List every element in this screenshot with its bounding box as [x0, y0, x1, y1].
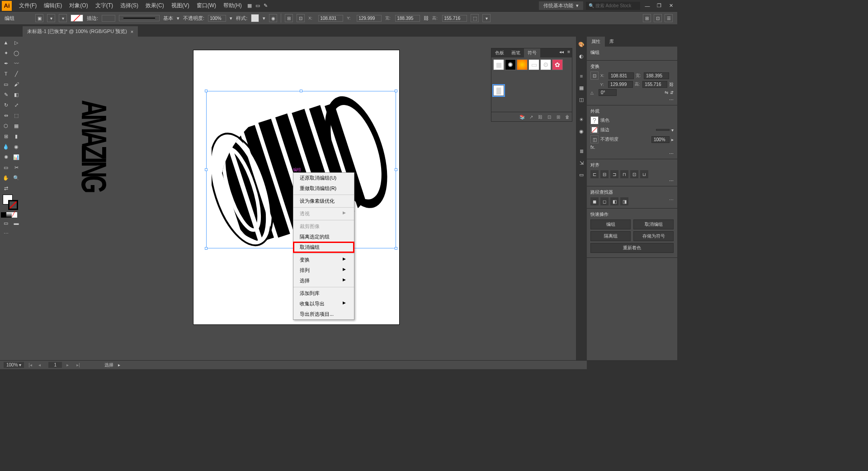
new-symbol-icon[interactable]: ⊞ [555, 114, 561, 120]
shape-builder-tool[interactable]: ⬡ [1, 121, 11, 131]
workspace-switcher[interactable]: 传统基本功能 ▾ [539, 1, 583, 10]
symbol-item[interactable]: ▦ [493, 59, 504, 70]
pathfinder-intersect[interactable]: ◧ [610, 197, 618, 205]
prop-w-value[interactable]: 188.395 [644, 72, 669, 79]
link-icon[interactable]: ⛓ [424, 15, 429, 21]
rotate-tool[interactable]: ↻ [1, 100, 11, 110]
pen-tool[interactable]: ✒ [1, 58, 11, 68]
context-menu-item[interactable]: 收集以导出▶ [293, 299, 354, 309]
paintbrush-tool[interactable]: 🖌 [11, 79, 21, 89]
context-menu-item[interactable]: 取消编组 [293, 242, 354, 252]
place-symbol-icon[interactable]: ↗ [528, 114, 534, 120]
prev-artboard[interactable]: ◂ [38, 362, 44, 367]
context-menu-item[interactable]: 变换▶ [293, 255, 354, 265]
edit-toolbar[interactable]: ⋯ [1, 228, 11, 238]
scale-tool[interactable]: ⤢ [11, 100, 21, 110]
graphic-style[interactable] [251, 14, 259, 22]
pathfinder-minus[interactable]: ◻ [600, 197, 609, 205]
zoom-tool[interactable]: 🔍 [11, 173, 21, 183]
pathfinder-unite[interactable]: ◼ [590, 197, 599, 205]
magic-wand-tool[interactable]: ✦ [1, 48, 11, 58]
stroke-panel-icon[interactable]: ≡ [577, 72, 585, 80]
doc-setup-icon[interactable]: ⊞ [643, 14, 651, 22]
fill-swatch-icon[interactable]: ▣ [35, 14, 43, 22]
symbol-sprayer-tool[interactable]: ✺ [1, 152, 11, 162]
bridge-icon[interactable]: ▦ [245, 2, 254, 10]
transparency-panel-icon[interactable]: ◫ [577, 95, 585, 104]
color-mode-none[interactable]: ╱ [12, 212, 17, 218]
context-menu-item[interactable]: 设为像素级优化 [293, 196, 354, 206]
menu-help[interactable]: 帮助(H) [220, 0, 245, 11]
direct-selection-tool[interactable]: ▷ [11, 38, 21, 48]
stroke-weight-input[interactable] [102, 15, 115, 22]
tab-brushes[interactable]: 画笔 [508, 48, 524, 57]
graph-tool[interactable]: 📊 [11, 152, 21, 162]
align-icon[interactable]: ⊞ [285, 14, 293, 22]
close-button[interactable]: ✕ [666, 3, 675, 9]
align-hcenter[interactable]: ⊟ [600, 170, 609, 178]
arrange-icon[interactable]: ▭ [254, 2, 262, 10]
menu-edit[interactable]: 编辑(E) [40, 0, 66, 11]
color-panel-icon[interactable]: 🎨 [577, 40, 585, 48]
color-mode-gradient[interactable] [6, 212, 12, 218]
tab-symbols[interactable]: 符号 [524, 48, 540, 57]
context-menu-item[interactable]: 选择▶ [293, 276, 354, 286]
menu-icon[interactable]: ☰ [665, 14, 673, 22]
stroke-color-icon[interactable] [8, 200, 18, 210]
context-menu-item[interactable]: 导出所选项目... [293, 309, 354, 319]
align-vcenter[interactable]: ⊡ [630, 170, 638, 178]
menu-object[interactable]: 对象(O) [66, 0, 91, 11]
eyedropper-tool[interactable]: 💧 [1, 142, 11, 152]
opacity-value[interactable]: 100% [651, 136, 670, 143]
appearance-panel-icon[interactable]: ☀ [577, 115, 585, 124]
slice-tool[interactable]: ✂ [11, 162, 21, 172]
close-tab-icon[interactable]: × [131, 29, 133, 34]
menu-select[interactable]: 选择(S) [117, 0, 142, 11]
context-menu-item[interactable]: 还原取消编组(U) [293, 173, 354, 183]
symbol-item[interactable]: ▭ [528, 59, 539, 70]
opacity-arrow-icon[interactable]: ▸ [671, 137, 674, 142]
flip-v-icon[interactable]: ⇵ [670, 90, 674, 95]
fx-label[interactable]: fx. [590, 145, 595, 150]
asset-export-icon[interactable]: ⇲ [577, 159, 585, 167]
search-stock-input[interactable]: 🔍 搜索 Adobe Stock [586, 2, 640, 10]
gradient-tool[interactable]: ▮ [11, 131, 21, 141]
color-guide-icon[interactable]: ◐ [577, 52, 585, 60]
isolate-icon[interactable]: ▾ [482, 14, 491, 22]
flip-h-icon[interactable]: ⇋ [665, 90, 668, 95]
curvature-tool[interactable]: 〰 [11, 58, 21, 68]
menu-view[interactable]: 视图(V) [168, 0, 193, 11]
mesh-tool[interactable]: ⊞ [1, 131, 11, 141]
tab-libraries[interactable]: 库 [605, 37, 618, 47]
x-input[interactable] [318, 15, 343, 22]
stroke-profile[interactable] [119, 15, 160, 21]
btn-recolor[interactable]: 重新着色 [590, 243, 674, 253]
panel-collapse-icon[interactable]: ◂◂ [557, 48, 566, 57]
symbol-item[interactable] [517, 59, 528, 70]
width-tool[interactable]: ⇔ [1, 110, 11, 120]
perspective-tool[interactable]: ▦ [11, 121, 21, 131]
btn-ungroup[interactable]: 取消编组 [633, 219, 674, 229]
status-menu-icon[interactable]: ▸ [118, 362, 120, 367]
graphic-styles-icon[interactable]: ◉ [577, 127, 585, 135]
blend-tool[interactable]: ◉ [11, 142, 21, 152]
y-input[interactable] [357, 15, 382, 22]
color-mode-normal[interactable] [1, 212, 6, 218]
rectangle-tool[interactable]: ▭ [1, 79, 11, 89]
toggle-fill-stroke[interactable]: ⇄ [1, 183, 11, 193]
artboard-tool[interactable]: ▭ [1, 162, 11, 172]
last-artboard[interactable]: ▸| [76, 362, 82, 367]
menu-effect[interactable]: 效果(C) [142, 0, 168, 11]
context-menu-item[interactable]: 隔离选定的组 [293, 232, 354, 242]
shape-icon[interactable]: ⬚ [471, 14, 479, 22]
delete-symbol-icon[interactable]: 🗑 [564, 114, 571, 120]
transform-icon[interactable]: ⊡ [297, 14, 305, 22]
layers-panel-icon[interactable]: ≣ [577, 147, 585, 155]
menu-window[interactable]: 窗口(W) [193, 0, 220, 11]
align-top[interactable]: ⊓ [620, 170, 628, 178]
more-appearance-icon[interactable]: ⋯ [669, 151, 674, 156]
stroke-color[interactable] [71, 14, 83, 22]
free-transform-tool[interactable]: ⬚ [11, 110, 21, 120]
type-tool[interactable]: T [1, 69, 11, 79]
w-input[interactable] [395, 15, 420, 22]
